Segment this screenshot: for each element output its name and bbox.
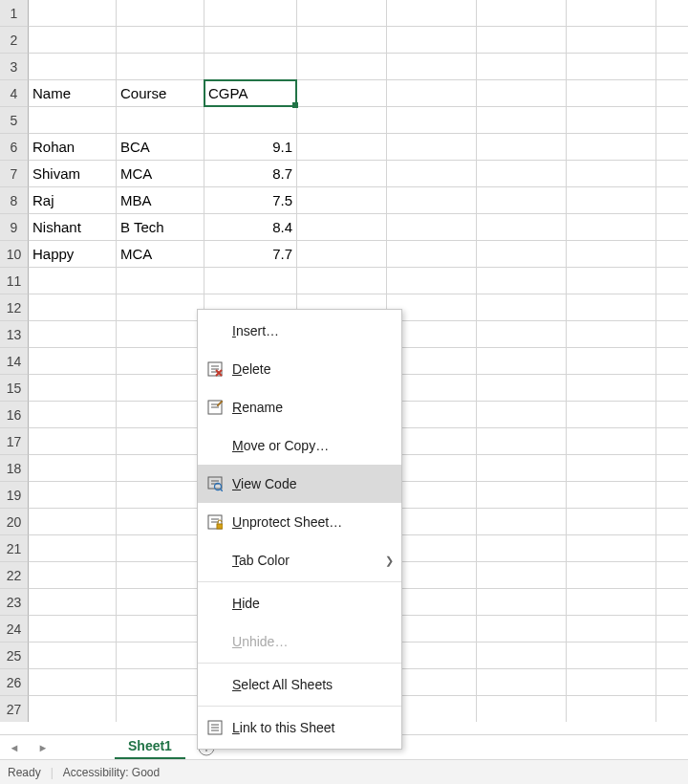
cell[interactable] (656, 696, 688, 722)
row-header[interactable]: 26 (0, 669, 29, 696)
cell[interactable] (656, 321, 688, 348)
cell[interactable]: Rohan (29, 134, 117, 161)
cell[interactable] (29, 428, 117, 455)
cell[interactable] (477, 509, 567, 535)
cell[interactable] (29, 321, 117, 348)
cell[interactable] (477, 642, 567, 669)
cell[interactable] (29, 294, 117, 321)
cell[interactable]: 8.4 (204, 214, 297, 241)
cell[interactable] (477, 241, 567, 268)
cell[interactable]: Happy (29, 241, 117, 268)
row-header[interactable]: 7 (0, 161, 29, 187)
cell[interactable] (656, 294, 688, 321)
cell[interactable] (567, 161, 656, 187)
cell[interactable] (117, 402, 204, 428)
row-header[interactable]: 17 (0, 428, 29, 455)
cell[interactable] (29, 0, 117, 27)
cell[interactable] (29, 455, 117, 482)
row-header[interactable]: 12 (0, 294, 29, 321)
cell[interactable] (387, 268, 477, 294)
sheet-tab-active[interactable]: Sheet1 (115, 735, 185, 760)
cell[interactable] (117, 642, 204, 669)
cell[interactable] (656, 214, 688, 241)
cell[interactable] (117, 455, 204, 482)
cell[interactable] (567, 509, 656, 535)
cell[interactable] (297, 187, 387, 214)
cell[interactable] (567, 562, 656, 589)
cell[interactable] (387, 107, 477, 134)
cell[interactable] (477, 696, 567, 722)
cell[interactable] (29, 642, 117, 669)
cell[interactable] (387, 54, 477, 80)
cell[interactable] (204, 54, 297, 80)
cell[interactable] (29, 616, 117, 642)
cell[interactable] (387, 241, 477, 268)
menu-item-tab-color[interactable]: Tab Color❯ (198, 541, 401, 579)
menu-item-rename[interactable]: Rename (198, 388, 401, 426)
sheet-nav-next[interactable]: ► (29, 735, 57, 760)
cell[interactable] (477, 80, 567, 107)
cell[interactable] (29, 27, 117, 54)
cell[interactable] (29, 562, 117, 589)
cell[interactable]: MCA (117, 161, 204, 187)
menu-item-unprotect-sheet[interactable]: Unprotect Sheet… (198, 503, 401, 541)
cell[interactable] (567, 402, 656, 428)
cell[interactable] (117, 616, 204, 642)
cell[interactable] (204, 268, 297, 294)
row-header[interactable]: 5 (0, 107, 29, 134)
cell[interactable] (567, 348, 656, 375)
cell[interactable] (477, 669, 567, 696)
cell[interactable] (387, 0, 477, 27)
cell[interactable] (297, 214, 387, 241)
cell[interactable] (117, 589, 204, 616)
cell[interactable] (567, 214, 656, 241)
cell[interactable] (656, 268, 688, 294)
row-header[interactable]: 18 (0, 455, 29, 482)
cell[interactable] (656, 482, 688, 509)
cell[interactable] (656, 455, 688, 482)
cell[interactable] (297, 27, 387, 54)
cell[interactable] (477, 562, 567, 589)
cell[interactable]: MBA (117, 187, 204, 214)
row-header[interactable]: 22 (0, 562, 29, 589)
cell[interactable] (477, 402, 567, 428)
cell[interactable] (117, 268, 204, 294)
cell[interactable] (656, 0, 688, 27)
cell[interactable] (477, 214, 567, 241)
row-header[interactable]: 14 (0, 348, 29, 375)
cell[interactable] (29, 107, 117, 134)
row-header[interactable]: 10 (0, 241, 29, 268)
cell[interactable] (477, 535, 567, 562)
row-header[interactable]: 21 (0, 535, 29, 562)
row-header[interactable]: 9 (0, 214, 29, 241)
cell[interactable] (656, 107, 688, 134)
cell[interactable] (387, 161, 477, 187)
cell[interactable] (297, 134, 387, 161)
cell[interactable]: Nishant (29, 214, 117, 241)
cell[interactable] (477, 482, 567, 509)
cell[interactable]: 7.7 (204, 241, 297, 268)
cell[interactable] (477, 616, 567, 642)
cell[interactable] (477, 348, 567, 375)
cell[interactable]: 8.7 (204, 161, 297, 187)
cell[interactable]: 7.5 (204, 187, 297, 214)
cell[interactable] (567, 535, 656, 562)
cell[interactable] (117, 348, 204, 375)
cell[interactable] (477, 27, 567, 54)
cell[interactable] (29, 348, 117, 375)
cell[interactable] (117, 54, 204, 80)
cell[interactable] (387, 134, 477, 161)
cell[interactable] (297, 107, 387, 134)
cell[interactable] (477, 294, 567, 321)
cell[interactable] (29, 535, 117, 562)
cell[interactable] (567, 482, 656, 509)
cell[interactable] (656, 161, 688, 187)
cell[interactable] (567, 134, 656, 161)
cell[interactable] (656, 134, 688, 161)
cell[interactable] (387, 187, 477, 214)
cell[interactable] (204, 0, 297, 27)
cell[interactable] (567, 375, 656, 402)
row-header[interactable]: 4 (0, 80, 29, 107)
menu-item-view-code[interactable]: View Code (198, 465, 401, 503)
cell[interactable]: MCA (117, 241, 204, 268)
